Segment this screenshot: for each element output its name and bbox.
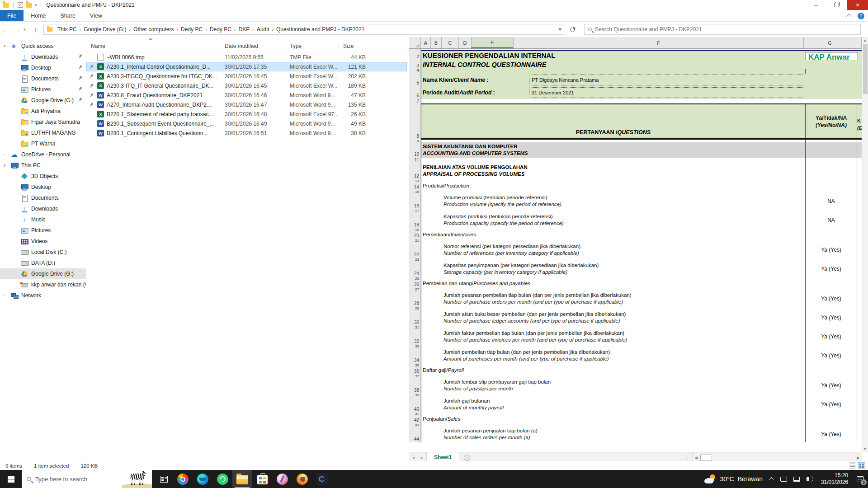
file-row[interactable]: A230.1_Internal Control Questionnaire_D.… — [86, 62, 407, 71]
answer-cell[interactable] — [805, 231, 857, 239]
tab-share[interactable]: Share — [53, 10, 83, 21]
tray-expand-button[interactable] — [767, 477, 777, 481]
answer-value[interactable]: Ya (Yes) — [805, 242, 857, 258]
minimize-button[interactable] — [806, 0, 826, 10]
field-value[interactable]: PT Digdaya Kencana Pratama — [529, 75, 805, 85]
breadcrumb-item[interactable]: Audit — [255, 26, 271, 33]
sidebar-item-downloads[interactable]: Downloads — [0, 52, 86, 62]
sidebar-item-kkp-anwar-dan-rekan-1[interactable]: ×kkp anwar dan rekan (\\1 — [0, 279, 86, 290]
sidebar-item-luthfi-magang[interactable]: LUTHFI MAGANG — [0, 127, 86, 138]
answer-cell[interactable] — [805, 415, 857, 423]
tab-view[interactable]: View — [83, 10, 109, 21]
sidebar-item-desktop[interactable]: Desktop — [0, 62, 86, 73]
breadcrumb-item[interactable]: Questionnaire and PMPJ - DKP2021 — [274, 26, 366, 33]
sidebar-item-pt-warna[interactable]: PT Warna — [0, 138, 86, 149]
breadcrumb-item[interactable]: Other computers — [132, 26, 175, 33]
answer-cell[interactable] — [805, 163, 857, 179]
details-view-toggle[interactable] — [849, 462, 856, 469]
add-sheet-icon[interactable]: + — [464, 455, 470, 461]
taskbar-app-whatsapp[interactable] — [212, 470, 232, 488]
sidebar-item-adi-priyatna[interactable]: Adi Priyatna — [0, 106, 86, 117]
expander-chevron-icon[interactable]: ▾ — [4, 163, 6, 168]
sidebar-item-pictures[interactable]: Pictures — [0, 225, 86, 236]
breadcrumb-item[interactable]: Dedy PC — [179, 26, 204, 33]
file-row[interactable]: B230.1_Subsequent Event Questionnaire_..… — [86, 119, 407, 128]
sidebar-item-google-drive-g-[interactable]: Google Drive (G:) — [0, 95, 86, 106]
up-button[interactable]: ↑ — [30, 26, 42, 33]
restore-button[interactable] — [826, 0, 847, 10]
file-row[interactable]: B280.1_Contingent Liabilities Questionn.… — [86, 128, 407, 138]
new-folder-icon[interactable] — [26, 3, 32, 8]
help-icon[interactable]: ? — [858, 13, 864, 19]
task-view-button[interactable] — [155, 470, 173, 488]
file-row[interactable]: B220.1_Statement of related party transa… — [86, 109, 407, 119]
tab-options-dots[interactable]: ⋮ — [684, 455, 692, 461]
breadcrumb-item[interactable]: DKP — [237, 26, 252, 33]
expander-chevron-icon[interactable]: › — [4, 152, 5, 157]
sidebar-item-data-d-[interactable]: DATA (D:) — [0, 258, 86, 268]
column-header-date[interactable]: Date modified — [220, 42, 285, 50]
column-header-E[interactable]: E — [472, 37, 514, 48]
sidebar-item-downloads[interactable]: Downloads — [0, 203, 86, 214]
breadcrumb-item[interactable]: Dedy PC — [208, 26, 233, 33]
answer-value[interactable]: NA — [805, 212, 857, 228]
taskbar-app-dark[interactable] — [312, 470, 332, 488]
sidebar-group-onedrive-personal[interactable]: ›OneDrive - Personal — [0, 149, 86, 160]
sidebar-group-network[interactable]: ›Network — [0, 290, 86, 301]
answer-value[interactable]: NA — [805, 193, 857, 209]
file-row[interactable]: A230.3-ITQ_IT General Questionnaire_DK..… — [86, 81, 407, 90]
customize-toolbar-chevron-icon[interactable]: ▾ — [35, 3, 37, 7]
forward-button[interactable]: → — [12, 26, 24, 33]
sheet-nav-left-icon[interactable]: ◂ — [409, 455, 418, 460]
taskbar-search-input[interactable]: Type here to search — [22, 470, 152, 488]
taskbar-app-chrome[interactable] — [173, 470, 193, 488]
answer-value[interactable]: Ya (Yes) — [805, 426, 857, 442]
breadcrumb-item[interactable]: Google Drive (G:) — [82, 26, 128, 33]
back-button[interactable]: ← — [0, 26, 12, 33]
sidebar-item-figar-jaya-samudra[interactable]: Figar Jaya Samudra — [0, 117, 86, 127]
file-row[interactable]: A230.3-ITGCQ_Questionnaire for ITGC_DK..… — [86, 71, 407, 81]
vertical-scrollbar[interactable]: ▲ ▼ — [862, 37, 868, 452]
close-button[interactable]: × — [847, 0, 868, 10]
column-header-D[interactable]: D — [459, 37, 472, 48]
answer-cell[interactable] — [805, 366, 857, 375]
recent-locations-chevron-icon[interactable]: ▾ — [24, 27, 30, 32]
column-header-A[interactable]: A — [421, 37, 431, 48]
large-icons-view-toggle[interactable] — [858, 462, 865, 469]
tab-home[interactable]: Home — [24, 10, 53, 21]
address-box[interactable]: This PC›Google Drive (G:)›Other computer… — [43, 24, 564, 35]
volume-icon[interactable] — [803, 476, 816, 482]
search-highlight-zebra-image[interactable] — [122, 470, 152, 488]
v-scroll-thumb[interactable] — [863, 44, 868, 94]
answer-value[interactable]: Ya (Yes) — [805, 310, 857, 326]
tablet-mode-icon[interactable] — [777, 477, 790, 482]
column-header-B[interactable]: B — [431, 37, 442, 48]
taskbar-app-edge[interactable] — [193, 470, 212, 488]
column-header-type[interactable]: Type — [285, 42, 339, 50]
properties-check-icon[interactable]: ✓ — [18, 2, 23, 8]
answer-cell[interactable] — [805, 69, 857, 74]
scroll-up-icon[interactable]: ▲ — [862, 37, 868, 43]
notification-center-button[interactable]: 2 — [853, 470, 868, 488]
scroll-down-icon[interactable]: ▼ — [862, 446, 868, 452]
sidebar-group-quick-access[interactable]: ▾Quick access — [0, 41, 86, 52]
sidebar-item-documents[interactable]: Documents — [0, 192, 86, 203]
search-input[interactable]: Search Questionnaire and PMPJ - DKP2021 — [584, 24, 861, 35]
taskbar-app-pink[interactable] — [272, 470, 292, 488]
answer-cell[interactable] — [805, 182, 857, 190]
taskbar-app-store[interactable] — [252, 470, 272, 488]
answer-cell[interactable] — [805, 158, 857, 163]
start-button[interactable] — [0, 470, 22, 488]
column-header-size[interactable]: Size — [339, 42, 371, 50]
sheet-nav-right-icon[interactable]: ▸ — [418, 455, 426, 460]
answer-value[interactable]: Ya (Yes) — [805, 328, 857, 345]
answer-value[interactable]: Ya (Yes) — [805, 377, 857, 394]
h-scroll-thumb[interactable] — [700, 455, 712, 461]
scroll-right-icon[interactable]: ▶ — [855, 455, 862, 460]
sheet-tab[interactable]: Sheet1 — [426, 452, 459, 461]
answer-value[interactable]: Ya (Yes) — [805, 347, 857, 364]
refresh-button[interactable] — [564, 24, 580, 35]
sidebar-item-local-disk-c-[interactable]: Local Disk (C:) — [0, 247, 86, 258]
sidebar-item-pictures[interactable]: Pictures — [0, 84, 86, 95]
column-header-F[interactable]: F — [514, 37, 804, 48]
